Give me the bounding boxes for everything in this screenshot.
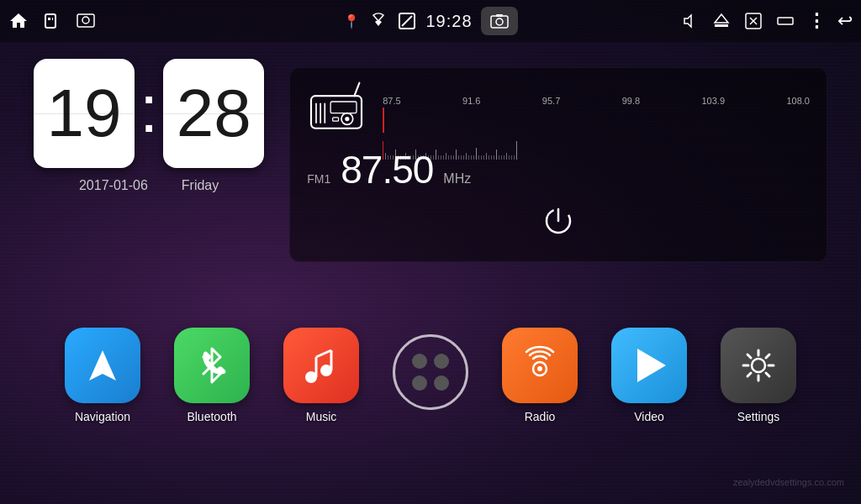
svg-rect-16 <box>778 18 793 24</box>
volume-icon[interactable] <box>679 11 700 31</box>
clock-day: Friday <box>182 178 219 193</box>
dot-3 <box>412 375 427 391</box>
app-item-video[interactable]: Video <box>599 328 700 423</box>
clock-info: 2017-01-06 Friday <box>79 178 219 193</box>
bluetooth-label: Bluetooth <box>187 410 236 423</box>
play-triangle <box>637 349 666 382</box>
video-label: Video <box>634 410 664 423</box>
svg-marker-10 <box>684 15 691 27</box>
settings-icon <box>721 328 796 403</box>
bluetooth-icon <box>174 328 250 403</box>
apps-dots <box>409 350 452 394</box>
radio-band: FM1 <box>307 172 330 186</box>
radio-icon <box>502 328 578 403</box>
svg-rect-25 <box>333 118 339 121</box>
app-item-apps[interactable] <box>380 334 481 417</box>
clock-hours-tile: 19 <box>34 59 135 168</box>
freq-label-916: 91.6 <box>462 96 480 106</box>
more-icon[interactable]: ⋮ <box>807 10 826 32</box>
location-icon: 📍 <box>343 13 360 29</box>
clock-colon: : <box>140 71 158 148</box>
svg-line-6 <box>402 16 412 26</box>
freq-label-998: 99.8 <box>622 96 640 106</box>
svg-marker-11 <box>715 14 728 23</box>
svg-point-8 <box>496 18 503 25</box>
radio-freq-area: 87.5 91.6 95.7 99.8 103.9 108.0 <box>383 96 810 124</box>
radio-label: Radio <box>525 410 556 423</box>
svg-point-24 <box>346 117 350 121</box>
svg-rect-2 <box>52 18 53 20</box>
settings-label: Settings <box>737 410 780 423</box>
main-content: 19 : 28 2017-01-06 Friday <box>0 42 861 311</box>
svg-marker-29 <box>89 350 116 381</box>
svg-point-33 <box>537 366 542 371</box>
svg-rect-0 <box>45 14 55 28</box>
radio-top: 87.5 91.6 95.7 99.8 103.9 108.0 <box>307 81 810 139</box>
svg-rect-7 <box>491 16 508 28</box>
resize-icon[interactable] <box>775 11 795 31</box>
close-icon[interactable] <box>743 11 763 31</box>
back-icon[interactable]: ↩ <box>837 10 853 32</box>
camera-button[interactable] <box>481 7 518 35</box>
home-icon[interactable] <box>8 11 29 31</box>
navigation-icon <box>65 328 140 403</box>
freq-label-1080: 108.0 <box>786 96 810 106</box>
dot-4 <box>434 375 449 391</box>
freq-label-1039: 103.9 <box>701 96 725 106</box>
apps-circle-icon <box>393 334 468 410</box>
clock-hours: 19 <box>47 80 122 147</box>
radio-power-button[interactable] <box>541 204 575 244</box>
svg-line-21 <box>355 83 360 96</box>
status-bar: 📍 19:28 <box>0 0 861 42</box>
app-grid: Navigation Bluetooth <box>17 328 844 423</box>
eject-icon[interactable] <box>711 11 732 31</box>
svg-rect-9 <box>496 14 503 17</box>
svg-rect-17 <box>311 96 362 129</box>
status-bar-left <box>8 11 343 31</box>
status-bar-center: 📍 19:28 <box>343 7 517 35</box>
freq-label-875: 87.5 <box>383 96 400 106</box>
photo-icon <box>76 11 96 31</box>
status-time: 19:28 <box>425 12 472 31</box>
music-label: Music <box>306 410 337 423</box>
svg-rect-22 <box>330 102 357 113</box>
app-item-bluetooth[interactable]: Bluetooth <box>161 328 262 423</box>
watermark: zealydedvdsettings.co.com <box>733 477 844 487</box>
freq-labels: 87.5 91.6 95.7 99.8 103.9 108.0 <box>383 96 810 106</box>
freq-label-957: 95.7 <box>542 96 560 106</box>
radio-device-icon <box>307 81 366 139</box>
clock-tiles: 19 : 28 <box>34 59 264 168</box>
music-icon <box>283 328 359 403</box>
app-item-radio[interactable]: Radio <box>489 328 590 423</box>
video-icon <box>611 328 687 403</box>
radio-power-row[interactable] <box>307 201 810 248</box>
clock-minutes-tile: 28 <box>163 59 264 168</box>
app-item-settings[interactable]: Settings <box>708 328 809 423</box>
status-bar-right: ⋮ ↩ <box>518 10 853 32</box>
svg-point-30 <box>305 371 317 383</box>
app-drawer: Navigation Bluetooth <box>0 319 861 432</box>
dot-2 <box>434 354 449 369</box>
dot-1 <box>412 354 427 369</box>
sim-card-icon <box>42 11 62 31</box>
svg-rect-12 <box>715 24 728 27</box>
no-signal-icon <box>397 11 417 31</box>
freq-bar <box>383 108 810 124</box>
svg-point-31 <box>320 365 332 376</box>
app-item-music[interactable]: Music <box>271 328 372 423</box>
clock-widget: 19 : 28 2017-01-06 Friday <box>34 59 264 193</box>
navigation-label: Navigation <box>75 410 130 423</box>
clock-minutes: 28 <box>177 80 251 147</box>
wifi-icon <box>368 11 388 31</box>
app-item-navigation[interactable]: Navigation <box>52 328 153 423</box>
svg-rect-1 <box>48 18 50 20</box>
clock-date: 2017-01-06 <box>79 178 148 193</box>
svg-point-4 <box>82 17 89 24</box>
radio-unit: MHz <box>443 171 471 186</box>
radio-widget[interactable]: 87.5 91.6 95.7 99.8 103.9 108.0 <box>289 67 827 262</box>
